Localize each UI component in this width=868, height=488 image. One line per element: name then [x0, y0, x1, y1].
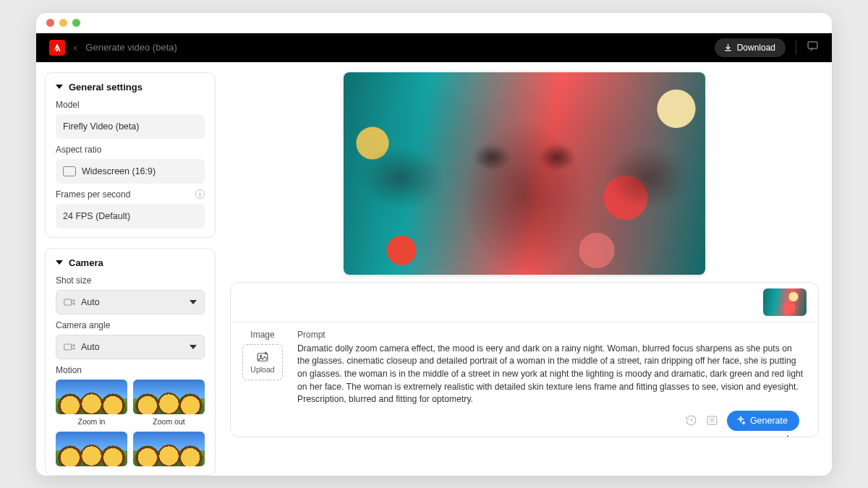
- main-area: Image Upload Prompt Dramatic dolly zoom …: [224, 62, 832, 476]
- aspect-ratio-value: Widescreen (16:9): [82, 166, 156, 176]
- motion-label: Motion: [56, 365, 205, 375]
- upload-button[interactable]: Upload: [242, 344, 283, 380]
- shot-size-label: Shot size: [56, 275, 205, 286]
- motion-option-extra-2[interactable]: [133, 432, 205, 466]
- sparkle-icon: [736, 416, 746, 426]
- camera-icon: [64, 343, 75, 351]
- camera-header[interactable]: Camera: [56, 257, 205, 268]
- motion-caption: Zoom in: [78, 417, 106, 426]
- svg-rect-2: [64, 344, 72, 350]
- prompt-textarea[interactable]: Dramatic dolly zoom camera effect, the m…: [297, 343, 807, 406]
- page-title: Generate video (beta): [85, 42, 176, 53]
- adobe-logo[interactable]: [49, 40, 65, 56]
- settings-sidebar: General settings Model Firefly Video (be…: [36, 62, 224, 476]
- chevron-down-icon: [190, 300, 197, 304]
- aspect-rect-icon: [63, 166, 76, 176]
- motion-caption: Zoom out: [153, 417, 184, 426]
- camera-angle-select[interactable]: Auto: [56, 335, 205, 359]
- camera-angle-label: Camera angle: [56, 320, 205, 330]
- model-value: Firefly Video (beta): [63, 121, 139, 132]
- motion-thumb: [133, 432, 205, 466]
- image-column-label: Image: [250, 330, 274, 340]
- shot-size-select[interactable]: Auto: [56, 290, 205, 314]
- chevron-down-icon: [190, 345, 197, 349]
- camera-title: Camera: [69, 257, 103, 268]
- fps-select[interactable]: 24 FPS (Default): [56, 204, 205, 228]
- reference-thumbnail[interactable]: [763, 288, 807, 316]
- general-settings-title: General settings: [69, 82, 142, 93]
- topbar-divider: [796, 40, 796, 55]
- prompt-column: Prompt Dramatic dolly zoom camera effect…: [297, 330, 807, 406]
- settings-sliders-icon[interactable]: [706, 414, 718, 427]
- download-icon: [723, 43, 733, 52]
- mac-titlebar: [36, 13, 832, 33]
- camera-angle-value: Auto: [81, 342, 100, 352]
- image-upload-column: Image Upload: [239, 330, 286, 406]
- motion-thumb: [133, 380, 205, 414]
- generate-label: Generate: [750, 416, 788, 426]
- motion-grid: Zoom in Zoom out: [56, 380, 205, 466]
- svg-rect-0: [808, 42, 817, 48]
- fps-value: 24 FPS (Default): [63, 211, 130, 221]
- top-bar: ‹ Generate video (beta) Download: [36, 33, 832, 62]
- fps-label-text: Frames per second: [56, 189, 130, 200]
- svg-rect-1: [64, 299, 72, 305]
- svg-point-4: [260, 355, 262, 356]
- general-settings-panel: General settings Model Firefly Video (be…: [45, 72, 216, 238]
- prompt-card: Image Upload Prompt Dramatic dolly zoom …: [230, 282, 819, 437]
- shot-size-value: Auto: [81, 297, 100, 307]
- chevron-down-icon: [56, 85, 63, 89]
- window-close-dot[interactable]: [46, 19, 54, 27]
- generate-button[interactable]: Generate: [727, 411, 799, 431]
- aspect-ratio-select[interactable]: Widescreen (16:9): [56, 159, 205, 184]
- info-icon[interactable]: i: [195, 189, 205, 199]
- svg-rect-5: [707, 416, 717, 424]
- upload-image-icon: [255, 351, 270, 364]
- motion-option-extra-1[interactable]: [56, 432, 127, 466]
- fps-label: Frames per second i: [56, 189, 205, 200]
- reference-thumb-row: [231, 283, 818, 322]
- upload-label: Upload: [250, 365, 274, 374]
- chevron-down-icon: [56, 260, 63, 265]
- feedback-icon[interactable]: [807, 40, 819, 55]
- general-settings-header[interactable]: General settings: [56, 82, 205, 93]
- motion-option-zoom-out[interactable]: Zoom out: [133, 380, 205, 426]
- motion-thumb: [56, 380, 127, 414]
- history-icon[interactable]: [685, 414, 697, 427]
- app-window: ‹ Generate video (beta) Download General…: [36, 13, 832, 476]
- video-preview[interactable]: [344, 72, 705, 275]
- model-label: Model: [56, 100, 205, 110]
- motion-thumb: [56, 432, 127, 466]
- motion-option-zoom-in[interactable]: Zoom in: [56, 380, 127, 426]
- preview-container: [230, 72, 819, 275]
- window-zoom-dot[interactable]: [72, 19, 80, 27]
- window-minimize-dot[interactable]: [59, 19, 67, 27]
- model-select[interactable]: Firefly Video (beta): [56, 114, 205, 139]
- aspect-ratio-label: Aspect ratio: [56, 145, 205, 155]
- prompt-column-label: Prompt: [297, 330, 807, 340]
- content-area: General settings Model Firefly Video (be…: [36, 62, 832, 476]
- camera-panel: Camera Shot size Auto Camera angle Auto …: [45, 248, 216, 476]
- camera-icon: [64, 298, 75, 307]
- action-row: Generate: [231, 411, 818, 437]
- back-chevron-icon[interactable]: ‹: [74, 42, 77, 53]
- download-label: Download: [737, 43, 775, 53]
- download-button[interactable]: Download: [715, 38, 786, 57]
